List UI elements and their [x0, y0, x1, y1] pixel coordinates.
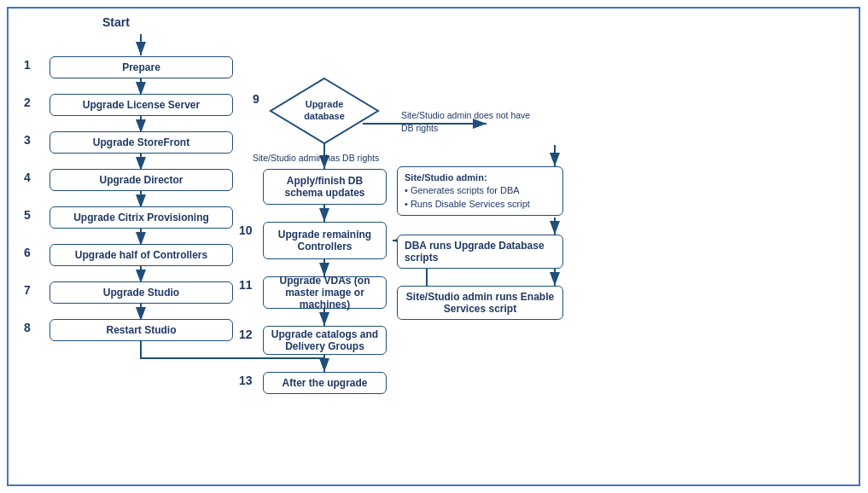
svg-text:Upgrade: Upgrade [306, 99, 344, 109]
step-8-box: Restart Studio [50, 319, 233, 341]
step-num-5: 5 [24, 208, 31, 222]
step-num-9: 9 [253, 92, 259, 106]
step-num-3: 3 [24, 133, 31, 147]
step-5-box: Upgrade Citrix Provisioning [50, 206, 233, 229]
step-12-box: Upgrade catalogs and Delivery Groups [263, 326, 387, 355]
start-label: Start [102, 15, 130, 29]
step-13-box: After the upgrade [263, 372, 387, 394]
step-num-1: 1 [24, 58, 31, 72]
diamond-9: Upgrade database [269, 77, 380, 145]
no-db-rights-note: Site/Studio admin does not have DB right… [401, 109, 538, 134]
step-num-12: 12 [239, 328, 253, 341]
step-num-8: 8 [24, 321, 31, 334]
step-num-7: 7 [24, 283, 31, 297]
diagram-container: Start 1 Prepare 2 Upgrade License Server… [7, 7, 860, 486]
dba-runs-box: DBA runs Upgrade Database scripts [397, 235, 563, 269]
step-2-box: Upgrade License Server [50, 94, 233, 116]
enable-services-box: Site/Studio admin runs Enable Services s… [397, 286, 563, 320]
step-7-box: Upgrade Studio [50, 281, 233, 304]
step-num-4: 4 [24, 171, 31, 184]
step-num-2: 2 [24, 96, 31, 109]
step-num-10: 10 [239, 223, 253, 237]
step-4-box: Upgrade Director [50, 169, 233, 191]
apply-finish-box: Apply/finish DB schema updates [263, 169, 387, 205]
step-10-box: Upgrade remaining Controllers [263, 222, 387, 259]
step-11-box: Upgrade VDAs (on master image or machine… [263, 276, 387, 309]
step-1-box: Prepare [50, 56, 233, 78]
svg-text:database: database [304, 111, 345, 121]
admin-generates-box: Site/Studio admin:• Generates scripts fo… [397, 166, 563, 216]
step-3-box: Upgrade StoreFront [50, 131, 233, 154]
step-num-13: 13 [239, 374, 253, 387]
step-num-11: 11 [239, 278, 253, 292]
step-num-6: 6 [24, 246, 31, 259]
db-rights-note: Site/Studio admin has DB rights [253, 152, 379, 165]
step-6-box: Upgrade half of Controllers [50, 244, 233, 266]
